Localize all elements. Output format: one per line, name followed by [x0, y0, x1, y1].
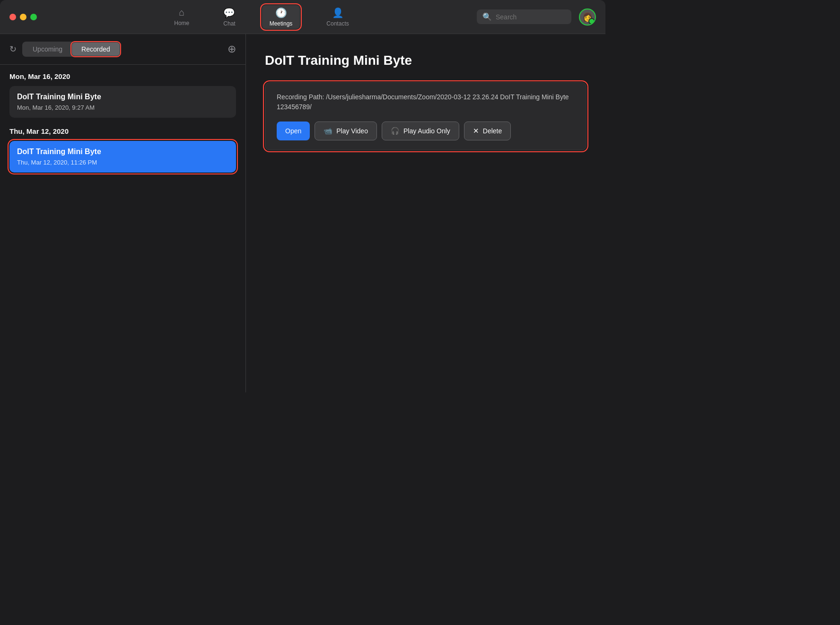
refresh-button[interactable]: ↻: [9, 44, 17, 54]
tab-chat[interactable]: 💬 Chat: [216, 5, 243, 29]
delete-button[interactable]: ✕ Delete: [464, 122, 511, 140]
add-meeting-button[interactable]: ⊕: [228, 43, 236, 55]
date-group-2: Thu, Mar 12, 2020 DoIT Training Mini Byt…: [9, 127, 236, 173]
meeting-time: Mon, Mar 16, 2020, 9:27 AM: [17, 104, 228, 111]
tab-group: Upcoming Recorded: [22, 42, 121, 57]
main-layout: ↻ Upcoming Recorded ⊕ Mon, Mar 16, 2020 …: [0, 34, 605, 392]
upcoming-tab[interactable]: Upcoming: [23, 43, 72, 56]
close-button[interactable]: [9, 14, 16, 20]
contacts-icon: 👤: [332, 7, 344, 18]
date-header-1: Mon, Mar 16, 2020: [9, 72, 236, 80]
tab-meetings-label: Meetings: [270, 20, 293, 27]
search-input[interactable]: [496, 13, 566, 21]
traffic-lights: [9, 14, 37, 20]
minimize-button[interactable]: [20, 14, 26, 20]
tab-contacts[interactable]: 👤 Contacts: [319, 5, 356, 29]
tab-meetings[interactable]: 🕐 Meetings: [262, 5, 300, 29]
audio-icon: 🎧: [391, 127, 400, 135]
play-video-label: Play Video: [336, 127, 368, 135]
date-header-2: Thu, Mar 12, 2020: [9, 127, 236, 135]
detail-title: DoIT Training Mini Byte: [265, 53, 586, 68]
meeting-item[interactable]: DoIT Training Mini Byte Mon, Mar 16, 202…: [9, 86, 236, 118]
delete-icon: ✕: [473, 127, 479, 135]
recorded-tab[interactable]: Recorded: [72, 43, 120, 56]
meeting-list: Mon, Mar 16, 2020 DoIT Training Mini Byt…: [0, 65, 245, 392]
search-icon: 🔍: [482, 12, 492, 21]
play-audio-label: Play Audio Only: [403, 127, 450, 135]
open-button[interactable]: Open: [277, 122, 310, 140]
tab-chat-label: Chat: [223, 20, 235, 27]
open-label: Open: [285, 127, 301, 135]
tab-home[interactable]: ⌂ Home: [166, 5, 197, 29]
play-video-button[interactable]: 📹 Play Video: [315, 122, 377, 140]
delete-label: Delete: [483, 127, 502, 135]
selected-meeting-item[interactable]: DoIT Training Mini Byte Thu, Mar 12, 202…: [9, 141, 236, 173]
maximize-button[interactable]: [30, 14, 37, 20]
date-group-1: Mon, Mar 16, 2020 DoIT Training Mini Byt…: [9, 72, 236, 118]
recording-path: Recording Path: /Users/juliesharma/Docum…: [277, 92, 575, 112]
sidebar: ↻ Upcoming Recorded ⊕ Mon, Mar 16, 2020 …: [0, 34, 246, 392]
tab-home-label: Home: [174, 20, 189, 26]
detail-panel: DoIT Training Mini Byte Recording Path: …: [246, 34, 605, 392]
meeting-title: DoIT Training Mini Byte: [17, 93, 228, 101]
play-audio-button[interactable]: 🎧 Play Audio Only: [382, 122, 459, 140]
tab-contacts-label: Contacts: [326, 20, 349, 27]
selected-meeting-time: Thu, Mar 12, 2020, 11:26 PM: [17, 159, 228, 166]
chat-icon: 💬: [223, 7, 235, 18]
avatar[interactable]: 👩: [579, 9, 596, 26]
search-bar[interactable]: 🔍: [477, 9, 571, 24]
recording-actions: Open 📹 Play Video 🎧 Play Audio Only ✕ De…: [277, 122, 575, 140]
video-icon: 📹: [324, 127, 332, 135]
sidebar-header: ↻ Upcoming Recorded ⊕: [0, 34, 245, 65]
nav-tabs: ⌂ Home 💬 Chat 🕐 Meetings 👤 Contacts: [46, 5, 477, 29]
selected-meeting-title: DoIT Training Mini Byte: [17, 148, 228, 156]
titlebar: ⌂ Home 💬 Chat 🕐 Meetings 👤 Contacts 🔍 👩: [0, 0, 605, 34]
meetings-icon: 🕐: [275, 7, 287, 18]
recording-box: Recording Path: /Users/juliesharma/Docum…: [265, 82, 586, 150]
home-icon: ⌂: [179, 7, 184, 18]
